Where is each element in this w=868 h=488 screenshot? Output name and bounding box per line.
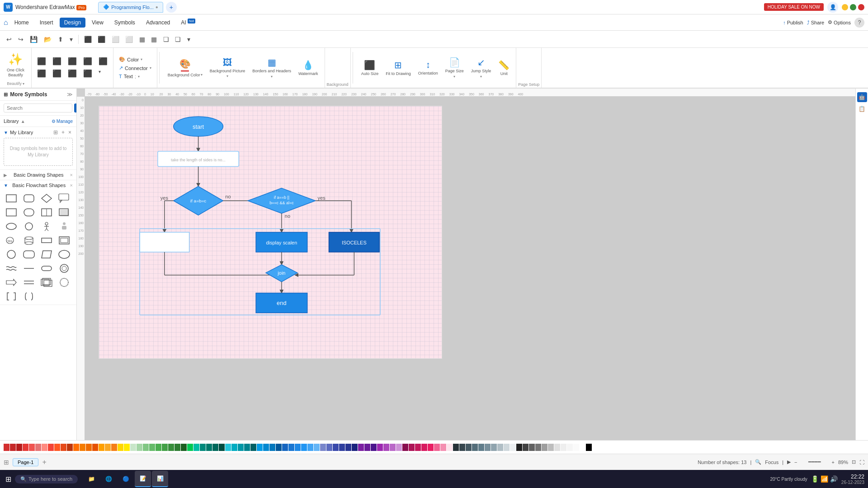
shape-rect[interactable] [4,192,19,205]
shape-yes-badge[interactable]: Yes [4,234,19,247]
shape-split-rect[interactable] [39,206,54,219]
one-click-beautify-btn[interactable]: ✨ One ClickBeautify [4,50,27,80]
palette-color[interactable] [282,444,288,451]
taskbar-browser2[interactable]: 🔵 [118,471,134,487]
fit-page-btn[interactable]: ⊡ [852,459,856,465]
palette-color[interactable] [453,444,459,451]
palette-color[interactable] [263,444,269,451]
shape-shadow-rect[interactable] [57,206,72,219]
palette-color[interactable] [86,444,92,451]
more-align-btn[interactable]: ▾ [184,34,193,44]
palette-color[interactable] [238,444,244,451]
basic-drawing-close[interactable]: × [70,172,73,178]
palette-color[interactable] [586,444,592,451]
holiday-btn[interactable]: HOLIDAY SALE ON NOW [764,3,824,11]
open-btn[interactable]: 📂 [41,34,54,44]
user-avatar[interactable]: 👤 [827,2,838,13]
right-panel-ai-btn[interactable]: 🤖 [857,92,867,102]
menu-advanced[interactable]: Advanced [142,18,175,28]
palette-color[interactable] [320,444,326,451]
borders-headers-btn[interactable]: ▦ Borders and Headers ▾ [250,55,294,80]
group-btn[interactable]: ❏ [160,34,172,44]
shape-pill[interactable] [39,262,54,275]
shape-person[interactable] [39,220,54,233]
page-layout-btn[interactable]: ⊞ [4,459,9,466]
shape-style-3[interactable]: ⬛ [65,56,80,67]
shape-style-5[interactable]: ⬛ [96,56,110,67]
palette-color[interactable] [561,444,566,451]
palette-color[interactable] [377,444,383,451]
palette-color[interactable] [542,444,547,451]
help-btn[interactable]: ? [854,18,864,28]
jump-style-btn[interactable]: ↙ Jump Style ▾ [468,55,494,80]
menu-view[interactable]: View [87,18,108,28]
palette-color[interactable] [307,444,313,451]
palette-color[interactable] [364,444,370,451]
palette-color[interactable] [295,444,301,451]
palette-color[interactable] [523,444,528,451]
shape-more[interactable]: ▾ [96,68,110,79]
palette-color[interactable] [554,444,560,451]
palette-color[interactable] [124,444,130,451]
lib-close-btn[interactable]: × [67,129,73,136]
palette-color[interactable] [193,444,199,451]
shape-skewed[interactable] [39,248,54,261]
palette-color[interactable] [4,444,9,451]
shape-rounded-rect[interactable] [21,192,37,205]
home-icon[interactable]: ⌂ [4,19,8,27]
shape-arrow-right[interactable] [4,276,19,289]
palette-color[interactable] [485,444,491,451]
palette-color[interactable] [491,444,497,451]
palette-color[interactable] [472,444,478,451]
palette-color[interactable] [225,444,231,451]
dist-h-btn[interactable]: ▦ [137,34,148,44]
share-btn[interactable]: ⤴ Share [807,20,824,25]
palette-color[interactable] [548,444,554,451]
dist-v-btn[interactable]: ▦ [148,34,160,44]
align-right-btn[interactable]: ⬜ [123,34,136,44]
palette-color[interactable] [143,444,149,451]
add-page-btn[interactable]: + [42,458,46,466]
shape-double-line[interactable] [21,276,37,289]
shape-style-7[interactable]: ⬛ [50,68,64,79]
align-top-btn[interactable]: ⬛ [81,34,94,44]
maximize-btn[interactable] [850,4,856,10]
drawing-canvas[interactable]: start take the length of sides is no... … [99,106,442,359]
sidebar-collapse-btn[interactable]: ≫ [67,91,73,98]
palette-color[interactable] [200,444,206,451]
palette-color[interactable] [73,444,79,451]
align-left-btn[interactable]: ⬜ [109,34,122,44]
palette-color[interactable] [567,444,573,451]
basic-flowchart-header[interactable]: ▼ Basic Flowchart Shapes × [0,180,76,190]
shape-big-rounded[interactable] [21,248,37,261]
palette-color[interactable] [440,444,446,451]
shape-ellipse[interactable] [4,220,19,233]
palette-color[interactable] [118,444,123,451]
palette-color[interactable] [478,444,484,451]
new-tab-btn[interactable]: + [166,2,177,13]
shape-circle[interactable] [21,220,37,233]
palette-color[interactable] [48,444,54,451]
palette-color[interactable] [175,444,180,451]
shape-cylinder[interactable] [21,234,37,247]
palette-color[interactable] [212,444,218,451]
palette-color[interactable] [42,444,47,451]
shape-diamond[interactable] [39,192,54,205]
search-input[interactable] [4,103,72,113]
palette-color[interactable] [447,444,453,451]
menu-insert[interactable]: Insert [35,18,58,28]
shape-rounded2[interactable] [21,206,37,219]
palette-color[interactable] [326,444,332,451]
palette-color[interactable] [497,444,503,451]
shape-ring[interactable] [57,262,72,275]
shape-person2[interactable] [57,220,72,233]
palette-color[interactable] [67,444,73,451]
palette-color[interactable] [345,444,351,451]
shape-callout-rect[interactable] [57,192,72,205]
palette-color[interactable] [61,444,66,451]
palette-color[interactable] [257,444,263,451]
palette-color[interactable] [339,444,345,451]
palette-color[interactable] [288,444,294,451]
palette-color[interactable] [390,444,396,451]
palette-color[interactable] [358,444,364,451]
